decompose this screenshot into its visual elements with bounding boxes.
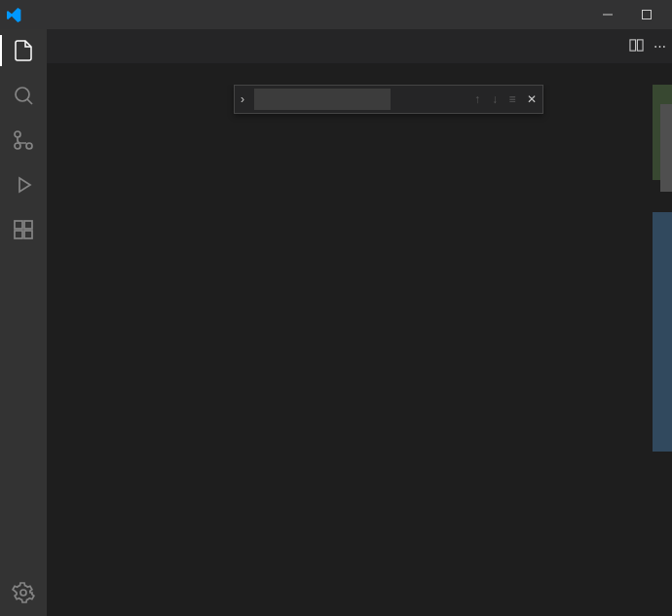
find-input[interactable] [254, 89, 391, 110]
svg-rect-13 [630, 39, 636, 50]
svg-marker-7 [19, 178, 30, 192]
svg-rect-11 [24, 231, 32, 238]
svg-line-3 [27, 99, 32, 104]
minimize-button[interactable] [588, 0, 627, 29]
svg-rect-1 [643, 11, 652, 19]
window-controls [588, 0, 666, 29]
find-widget: › ↑ ↓ ≡ ✕ [234, 85, 543, 114]
svg-point-4 [15, 131, 20, 137]
activity-bar [0, 29, 47, 616]
svg-point-12 [20, 590, 26, 596]
svg-rect-14 [637, 39, 643, 50]
vscode-logo-icon [6, 7, 21, 22]
editor-tabs: ⋯ [47, 29, 672, 63]
svg-point-2 [16, 88, 29, 101]
find-toggle-replace-icon[interactable]: › [235, 92, 250, 106]
more-icon[interactable]: ⋯ [653, 39, 666, 54]
tab-actions: ⋯ [623, 29, 672, 63]
compare-icon[interactable] [629, 38, 644, 55]
code-content[interactable] [103, 85, 672, 616]
maximize-button[interactable] [627, 0, 666, 29]
activity-search-icon[interactable] [10, 82, 37, 109]
vertical-scrollbar[interactable] [660, 85, 672, 616]
find-close-icon[interactable]: ✕ [521, 92, 542, 106]
svg-point-5 [26, 143, 32, 149]
activity-explorer-icon[interactable] [10, 37, 37, 64]
activity-debug-icon[interactable] [10, 171, 37, 199]
window-titlebar [0, 0, 672, 29]
svg-rect-10 [15, 231, 22, 238]
code-editor[interactable]: › ↑ ↓ ≡ ✕ [47, 85, 672, 616]
editor-area: ⋯ › ↑ ↓ ≡ ✕ [47, 29, 672, 616]
activity-settings-icon[interactable] [10, 579, 37, 606]
activity-scm-icon[interactable] [10, 127, 37, 154]
svg-rect-9 [24, 221, 32, 229]
find-prev-icon[interactable]: ↑ [468, 92, 486, 106]
svg-rect-8 [15, 221, 22, 229]
line-gutter [47, 85, 103, 616]
find-next-icon[interactable]: ↓ [486, 92, 504, 106]
find-selection-icon[interactable]: ≡ [504, 92, 521, 106]
activity-extensions-icon[interactable] [10, 216, 37, 243]
svg-point-6 [15, 143, 20, 149]
breadcrumbs[interactable] [47, 63, 672, 85]
